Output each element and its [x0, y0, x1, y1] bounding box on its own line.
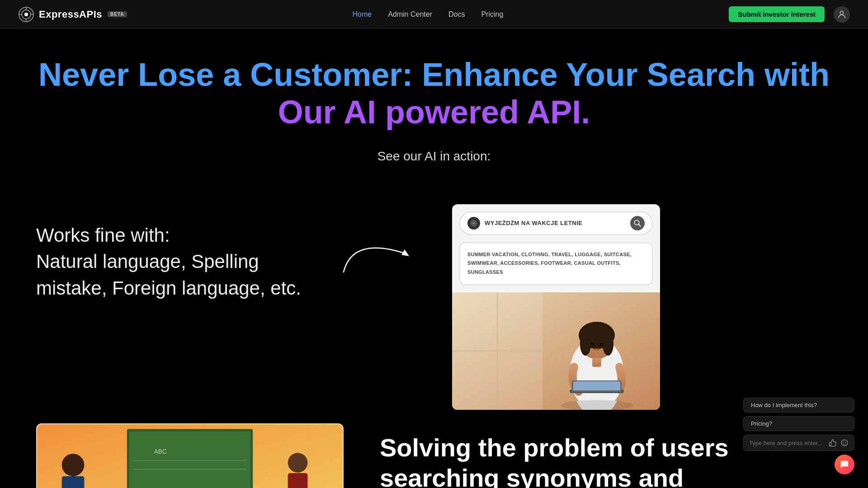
svg-point-39 [288, 453, 308, 473]
chat-bubble-pricing[interactable]: Pricing? [743, 416, 854, 431]
chat-input-row [743, 435, 854, 451]
svg-point-24 [600, 343, 603, 346]
svg-point-11 [473, 222, 475, 224]
demo-image-bottom: ABC [37, 424, 343, 488]
thumbs-up-icon[interactable] [829, 439, 837, 447]
logo-icon [18, 6, 34, 23]
svg-point-37 [62, 454, 85, 476]
nav-item-home[interactable]: Home [352, 10, 372, 19]
hero-title-blue: Never Lose a Customer: Enhance Your Sear… [38, 56, 830, 93]
svg-rect-28 [573, 381, 620, 390]
demo-tags-text-top: SUMMER VACATION, CLOTHING, TRAVEL, LUGGA… [467, 250, 645, 277]
svg-point-48 [841, 440, 848, 446]
demo-card-top: WYJEŻDŻM NA WAKCJE LETNIE SUMMER VACATIO… [452, 204, 660, 410]
demo-search-query-top: WYJEŻDŻM NA WAKCJE LETNIE [485, 220, 626, 226]
bottom-section: ABC [0, 410, 868, 488]
school-illustration: ABC [37, 424, 343, 488]
main-content: Works fine with:Natural language, Spelli… [0, 204, 868, 410]
woman-illustration [452, 292, 660, 410]
navbar: ExpressAPIs BETA Home Admin Center Docs … [0, 0, 868, 29]
chat-icon [840, 460, 849, 469]
demo-search-bar-top: WYJEŻDŻM NA WAKCJE LETNIE [459, 211, 653, 235]
nav-item-pricing[interactable]: Pricing [481, 10, 503, 19]
chat-widget: How do I implement this? Pricing? [743, 398, 854, 474]
nav-link-home[interactable]: Home [352, 10, 372, 18]
svg-rect-33 [129, 431, 250, 488]
demo-search-magnifier-top[interactable] [630, 216, 645, 230]
chat-input[interactable] [749, 440, 825, 446]
nav-item-docs[interactable]: Docs [448, 10, 465, 19]
svg-rect-40 [288, 473, 308, 488]
nav-link-admin[interactable]: Admin Center [388, 10, 432, 18]
logo-text: ExpressAPIs [39, 9, 102, 20]
nav-logo-group: ExpressAPIs BETA [18, 6, 127, 23]
hero-title: Never Lose a Customer: Enhance Your Sear… [36, 56, 832, 131]
hero-subtitle: See our AI in action: [36, 149, 832, 164]
solving-title-text: Solving the problem of users searching s… [380, 433, 729, 488]
demo-tags-box-top: SUMMER VACATION, CLOTHING, TRAVEL, LUGGA… [459, 242, 653, 285]
chat-bubble-implement[interactable]: How do I implement this? [743, 398, 854, 413]
svg-text:ABC: ABC [154, 448, 167, 455]
svg-point-23 [591, 343, 594, 346]
demo-logo-icon-top [467, 217, 480, 230]
submit-investor-button[interactable]: Submit investor interest [729, 6, 825, 22]
svg-point-7 [840, 11, 843, 14]
svg-point-50 [845, 441, 846, 442]
svg-point-21 [580, 333, 591, 356]
svg-line-13 [638, 224, 641, 226]
svg-point-49 [843, 441, 844, 442]
chat-open-button[interactable] [835, 455, 854, 474]
hero-title-purple: Our AI powered API. [278, 94, 590, 130]
arrow-icon [335, 227, 416, 281]
nav-link-docs[interactable]: Docs [448, 10, 465, 18]
svg-point-2 [24, 13, 28, 16]
user-avatar[interactable] [834, 6, 850, 23]
svg-point-22 [603, 333, 613, 356]
beta-badge: BETA [108, 11, 127, 17]
nav-right: Submit investor interest [729, 6, 850, 23]
hero-section: Never Lose a Customer: Enhance Your Sear… [0, 29, 868, 204]
emoji-icon[interactable] [840, 439, 849, 447]
nav-links: Home Admin Center Docs Pricing [352, 10, 503, 19]
works-fine-text: Works fine with:Natural language, Spelli… [36, 222, 307, 302]
arrow-container [335, 204, 425, 281]
works-fine-panel: Works fine with:Natural language, Spelli… [36, 204, 307, 302]
bottom-left-panel: ABC [36, 423, 344, 488]
demo-card-bottom: ABC [36, 423, 344, 488]
nav-link-pricing[interactable]: Pricing [481, 10, 503, 18]
demo-image-top [452, 292, 660, 410]
svg-rect-38 [62, 476, 85, 488]
nav-item-admin[interactable]: Admin Center [388, 10, 432, 19]
svg-rect-25 [592, 358, 601, 367]
